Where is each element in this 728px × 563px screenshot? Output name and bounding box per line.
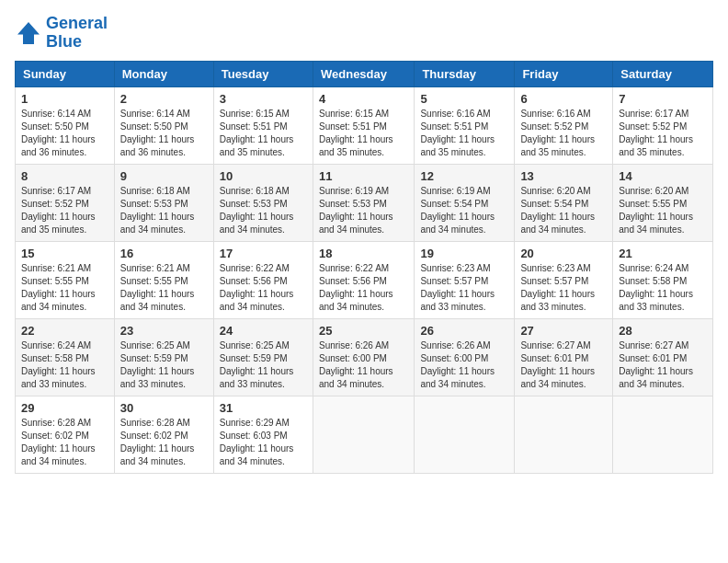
calendar-table: SundayMondayTuesdayWednesdayThursdayFrid… bbox=[15, 61, 713, 474]
day-cell: 8Sunrise: 6:17 AM Sunset: 5:52 PM Daylig… bbox=[16, 164, 115, 241]
day-info: Sunrise: 6:21 AM Sunset: 5:55 PM Dayligh… bbox=[120, 262, 208, 314]
day-number: 31 bbox=[220, 401, 307, 415]
day-cell: 23Sunrise: 6:25 AM Sunset: 5:59 PM Dayli… bbox=[114, 318, 213, 396]
day-info: Sunrise: 6:17 AM Sunset: 5:52 PM Dayligh… bbox=[21, 185, 108, 236]
day-cell: 28Sunrise: 6:27 AM Sunset: 6:01 PM Dayli… bbox=[613, 318, 713, 396]
day-cell: 24Sunrise: 6:25 AM Sunset: 5:59 PM Dayli… bbox=[213, 318, 313, 396]
day-info: Sunrise: 6:29 AM Sunset: 6:03 PM Dayligh… bbox=[220, 417, 307, 468]
day-info: Sunrise: 6:19 AM Sunset: 5:53 PM Dayligh… bbox=[319, 185, 408, 236]
day-number: 30 bbox=[120, 401, 208, 415]
day-cell: 31Sunrise: 6:29 AM Sunset: 6:03 PM Dayli… bbox=[213, 396, 313, 473]
day-cell bbox=[515, 396, 613, 473]
day-info: Sunrise: 6:25 AM Sunset: 5:59 PM Dayligh… bbox=[120, 339, 208, 391]
day-header-saturday: Saturday bbox=[613, 61, 713, 86]
day-info: Sunrise: 6:16 AM Sunset: 5:52 PM Dayligh… bbox=[520, 108, 607, 159]
day-cell: 15Sunrise: 6:21 AM Sunset: 5:55 PM Dayli… bbox=[16, 241, 115, 318]
day-info: Sunrise: 6:28 AM Sunset: 6:02 PM Dayligh… bbox=[21, 417, 108, 468]
day-header-wednesday: Wednesday bbox=[313, 61, 414, 86]
day-number: 8 bbox=[21, 169, 108, 183]
day-info: Sunrise: 6:20 AM Sunset: 5:55 PM Dayligh… bbox=[619, 185, 707, 236]
day-cell: 26Sunrise: 6:26 AM Sunset: 6:00 PM Dayli… bbox=[415, 318, 515, 396]
day-cell: 7Sunrise: 6:17 AM Sunset: 5:52 PM Daylig… bbox=[613, 86, 713, 164]
day-number: 15 bbox=[21, 247, 108, 260]
calendar-header-row: SundayMondayTuesdayWednesdayThursdayFrid… bbox=[16, 61, 713, 86]
day-cell: 11Sunrise: 6:19 AM Sunset: 5:53 PM Dayli… bbox=[313, 164, 414, 241]
day-info: Sunrise: 6:24 AM Sunset: 5:58 PM Dayligh… bbox=[619, 262, 707, 314]
day-cell: 5Sunrise: 6:16 AM Sunset: 5:51 PM Daylig… bbox=[415, 86, 515, 164]
day-cell: 25Sunrise: 6:26 AM Sunset: 6:00 PM Dayli… bbox=[313, 318, 414, 396]
day-cell: 2Sunrise: 6:14 AM Sunset: 5:50 PM Daylig… bbox=[114, 86, 213, 164]
day-info: Sunrise: 6:27 AM Sunset: 6:01 PM Dayligh… bbox=[619, 339, 707, 391]
day-cell bbox=[313, 396, 414, 473]
day-info: Sunrise: 6:22 AM Sunset: 5:56 PM Dayligh… bbox=[319, 262, 408, 314]
day-cell: 20Sunrise: 6:23 AM Sunset: 5:57 PM Dayli… bbox=[515, 241, 613, 318]
day-number: 21 bbox=[619, 247, 707, 260]
day-header-tuesday: Tuesday bbox=[213, 61, 313, 86]
day-number: 7 bbox=[619, 92, 707, 106]
day-cell: 6Sunrise: 6:16 AM Sunset: 5:52 PM Daylig… bbox=[515, 86, 613, 164]
day-number: 27 bbox=[520, 324, 607, 338]
day-info: Sunrise: 6:24 AM Sunset: 5:58 PM Dayligh… bbox=[21, 339, 108, 391]
day-info: Sunrise: 6:18 AM Sunset: 5:53 PM Dayligh… bbox=[220, 185, 307, 236]
day-info: Sunrise: 6:23 AM Sunset: 5:57 PM Dayligh… bbox=[420, 262, 508, 314]
logo-text: General Blue bbox=[46, 15, 108, 52]
day-number: 2 bbox=[120, 92, 208, 106]
day-number: 12 bbox=[420, 169, 508, 183]
day-number: 20 bbox=[520, 247, 607, 260]
day-cell: 17Sunrise: 6:22 AM Sunset: 5:56 PM Dayli… bbox=[213, 241, 313, 318]
day-cell: 16Sunrise: 6:21 AM Sunset: 5:55 PM Dayli… bbox=[114, 241, 213, 318]
day-number: 17 bbox=[220, 247, 307, 260]
day-info: Sunrise: 6:26 AM Sunset: 6:00 PM Dayligh… bbox=[420, 339, 508, 391]
day-number: 9 bbox=[120, 169, 208, 183]
day-info: Sunrise: 6:21 AM Sunset: 5:55 PM Dayligh… bbox=[21, 262, 108, 314]
day-header-friday: Friday bbox=[515, 61, 613, 86]
page-header: General Blue bbox=[15, 15, 713, 52]
day-cell: 29Sunrise: 6:28 AM Sunset: 6:02 PM Dayli… bbox=[16, 396, 115, 473]
day-cell: 18Sunrise: 6:22 AM Sunset: 5:56 PM Dayli… bbox=[313, 241, 414, 318]
day-number: 22 bbox=[21, 324, 108, 338]
day-info: Sunrise: 6:27 AM Sunset: 6:01 PM Dayligh… bbox=[520, 339, 607, 391]
day-number: 3 bbox=[220, 92, 307, 106]
day-cell: 30Sunrise: 6:28 AM Sunset: 6:02 PM Dayli… bbox=[114, 396, 213, 473]
day-number: 10 bbox=[220, 169, 307, 183]
day-info: Sunrise: 6:15 AM Sunset: 5:51 PM Dayligh… bbox=[319, 108, 408, 159]
day-info: Sunrise: 6:16 AM Sunset: 5:51 PM Dayligh… bbox=[420, 108, 508, 159]
day-number: 11 bbox=[319, 169, 408, 183]
day-header-thursday: Thursday bbox=[415, 61, 515, 86]
week-row-4: 22Sunrise: 6:24 AM Sunset: 5:58 PM Dayli… bbox=[16, 318, 713, 396]
day-header-monday: Monday bbox=[114, 61, 213, 86]
week-row-5: 29Sunrise: 6:28 AM Sunset: 6:02 PM Dayli… bbox=[16, 396, 713, 473]
day-cell: 21Sunrise: 6:24 AM Sunset: 5:58 PM Dayli… bbox=[613, 241, 713, 318]
day-info: Sunrise: 6:23 AM Sunset: 5:57 PM Dayligh… bbox=[520, 262, 607, 314]
day-number: 28 bbox=[619, 324, 707, 338]
day-number: 14 bbox=[619, 169, 707, 183]
day-cell: 13Sunrise: 6:20 AM Sunset: 5:54 PM Dayli… bbox=[515, 164, 613, 241]
day-cell: 19Sunrise: 6:23 AM Sunset: 5:57 PM Dayli… bbox=[415, 241, 515, 318]
day-cell: 9Sunrise: 6:18 AM Sunset: 5:53 PM Daylig… bbox=[114, 164, 213, 241]
day-number: 18 bbox=[319, 247, 408, 260]
day-cell: 27Sunrise: 6:27 AM Sunset: 6:01 PM Dayli… bbox=[515, 318, 613, 396]
day-number: 23 bbox=[120, 324, 208, 338]
day-cell: 22Sunrise: 6:24 AM Sunset: 5:58 PM Dayli… bbox=[16, 318, 115, 396]
day-number: 25 bbox=[319, 324, 408, 338]
day-number: 19 bbox=[420, 247, 508, 260]
day-cell: 4Sunrise: 6:15 AM Sunset: 5:51 PM Daylig… bbox=[313, 86, 414, 164]
logo-icon bbox=[15, 19, 42, 47]
day-number: 5 bbox=[420, 92, 508, 106]
day-info: Sunrise: 6:19 AM Sunset: 5:54 PM Dayligh… bbox=[420, 185, 508, 236]
day-cell: 12Sunrise: 6:19 AM Sunset: 5:54 PM Dayli… bbox=[415, 164, 515, 241]
day-info: Sunrise: 6:26 AM Sunset: 6:00 PM Dayligh… bbox=[319, 339, 408, 391]
day-info: Sunrise: 6:14 AM Sunset: 5:50 PM Dayligh… bbox=[21, 108, 108, 159]
day-number: 26 bbox=[420, 324, 508, 338]
day-number: 29 bbox=[21, 401, 108, 415]
day-cell: 14Sunrise: 6:20 AM Sunset: 5:55 PM Dayli… bbox=[613, 164, 713, 241]
day-info: Sunrise: 6:25 AM Sunset: 5:59 PM Dayligh… bbox=[220, 339, 307, 391]
svg-marker-0 bbox=[17, 22, 40, 44]
day-number: 1 bbox=[21, 92, 108, 106]
week-row-3: 15Sunrise: 6:21 AM Sunset: 5:55 PM Dayli… bbox=[16, 241, 713, 318]
day-info: Sunrise: 6:15 AM Sunset: 5:51 PM Dayligh… bbox=[220, 108, 307, 159]
day-number: 24 bbox=[220, 324, 307, 338]
day-info: Sunrise: 6:28 AM Sunset: 6:02 PM Dayligh… bbox=[120, 417, 208, 468]
day-number: 6 bbox=[520, 92, 607, 106]
day-info: Sunrise: 6:20 AM Sunset: 5:54 PM Dayligh… bbox=[520, 185, 607, 236]
